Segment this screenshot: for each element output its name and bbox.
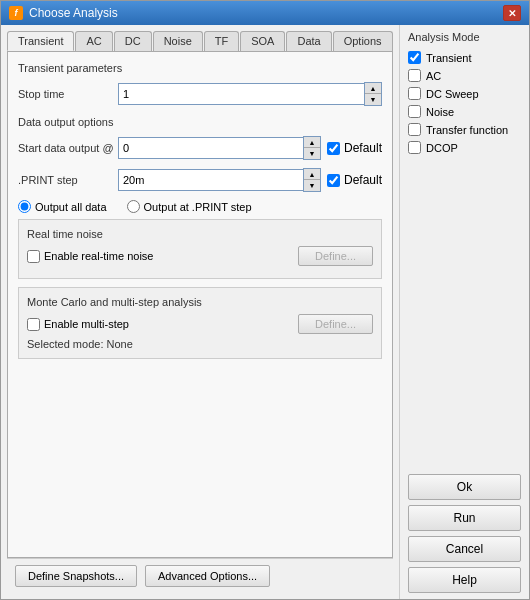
tab-ac[interactable]: AC	[75, 31, 112, 51]
stop-time-spinner-buttons: ▲ ▼	[364, 82, 382, 106]
stop-time-down-btn[interactable]: ▼	[365, 94, 381, 105]
tab-options[interactable]: Options	[333, 31, 393, 51]
print-step-row: .PRINT step ▲ ▼ Default	[18, 168, 382, 192]
enable-noise-checkbox[interactable]	[27, 250, 40, 263]
multi-define-button[interactable]: Define...	[298, 314, 373, 334]
left-panel: Transient AC DC Noise TF SOA Data Option…	[1, 25, 399, 599]
enable-multi-checkbox[interactable]	[27, 318, 40, 331]
tab-dc[interactable]: DC	[114, 31, 152, 51]
tab-transient[interactable]: Transient	[7, 31, 74, 51]
enable-multi-left: Enable multi-step	[27, 318, 129, 331]
tab-tf[interactable]: TF	[204, 31, 239, 51]
mode-transient-label: Transient	[426, 52, 471, 64]
mode-transfer-label: Transfer function	[426, 124, 508, 136]
title-bar-left: f Choose Analysis	[9, 6, 118, 20]
enable-noise-left: Enable real-time noise	[27, 250, 153, 263]
right-panel: Analysis Mode Transient AC DC Sweep Nois…	[399, 25, 529, 599]
advanced-options-button[interactable]: Advanced Options...	[145, 565, 270, 587]
mode-ac-label: AC	[426, 70, 441, 82]
tab-data[interactable]: Data	[286, 31, 331, 51]
print-step-label: .PRINT step	[18, 174, 118, 186]
stop-time-spinner-group: ▲ ▼	[118, 82, 382, 106]
tab-bar: Transient AC DC Noise TF SOA Data Option…	[7, 31, 393, 51]
run-button[interactable]: Run	[408, 505, 521, 531]
monte-carlo-title: Monte Carlo and multi-step analysis	[27, 296, 373, 308]
mode-ac-checkbox[interactable]	[408, 69, 421, 82]
output-all-radio[interactable]	[18, 200, 31, 213]
print-step-spinner-buttons: ▲ ▼	[303, 168, 321, 192]
mode-dcsweep: DC Sweep	[408, 87, 521, 100]
print-step-down-btn[interactable]: ▼	[304, 180, 320, 191]
mode-transient-checkbox[interactable]	[408, 51, 421, 64]
mode-dcop-checkbox[interactable]	[408, 141, 421, 154]
help-button[interactable]: Help	[408, 567, 521, 593]
noise-define-button[interactable]: Define...	[298, 246, 373, 266]
enable-noise-label: Enable real-time noise	[44, 250, 153, 262]
enable-multi-row: Enable multi-step Define...	[27, 314, 373, 334]
output-all-item: Output all data	[18, 200, 107, 213]
start-data-down-btn[interactable]: ▼	[304, 148, 320, 159]
start-data-input[interactable]	[118, 137, 303, 159]
mode-transfer-checkbox[interactable]	[408, 123, 421, 136]
mode-ac: AC	[408, 69, 521, 82]
output-radio-row: Output all data Output at .PRINT step	[18, 200, 382, 213]
main-window: f Choose Analysis ✕ Transient AC DC Nois…	[0, 0, 530, 600]
mode-noise-label: Noise	[426, 106, 454, 118]
action-buttons: Ok Run Cancel Help	[408, 474, 521, 593]
mode-transient: Transient	[408, 51, 521, 64]
mode-dcsweep-label: DC Sweep	[426, 88, 479, 100]
window-title: Choose Analysis	[29, 6, 118, 20]
mode-dcsweep-checkbox[interactable]	[408, 87, 421, 100]
stop-time-up-btn[interactable]: ▲	[365, 83, 381, 94]
start-data-default-group: Default	[327, 141, 382, 155]
ok-button[interactable]: Ok	[408, 474, 521, 500]
tab-noise[interactable]: Noise	[153, 31, 203, 51]
print-step-default-label: Default	[344, 173, 382, 187]
start-data-row: Start data output @ ▲ ▼ Default	[18, 136, 382, 160]
title-bar: f Choose Analysis ✕	[1, 1, 529, 25]
app-icon: f	[9, 6, 23, 20]
stop-time-label: Stop time	[18, 88, 118, 100]
analysis-mode-title: Analysis Mode	[408, 31, 521, 43]
stop-time-row: Stop time ▲ ▼	[18, 82, 382, 106]
print-step-input[interactable]	[118, 169, 303, 191]
start-data-default-checkbox[interactable]	[327, 142, 340, 155]
stop-time-input[interactable]	[118, 83, 364, 105]
enable-multi-label: Enable multi-step	[44, 318, 129, 330]
start-data-default-label: Default	[344, 141, 382, 155]
enable-noise-row: Enable real-time noise Define...	[27, 246, 373, 266]
print-step-default-checkbox[interactable]	[327, 174, 340, 187]
mode-dcop: DCOP	[408, 141, 521, 154]
close-button[interactable]: ✕	[503, 5, 521, 21]
start-data-spinner-buttons: ▲ ▼	[303, 136, 321, 160]
define-snapshots-button[interactable]: Define Snapshots...	[15, 565, 137, 587]
main-content: Transient AC DC Noise TF SOA Data Option…	[1, 25, 529, 599]
real-time-noise-section: Real time noise Enable real-time noise D…	[18, 219, 382, 279]
mode-noise: Noise	[408, 105, 521, 118]
output-print-label: Output at .PRINT step	[144, 201, 252, 213]
mode-transfer-function: Transfer function	[408, 123, 521, 136]
start-data-label: Start data output @	[18, 142, 118, 154]
start-data-spinner-group: ▲ ▼	[118, 136, 321, 160]
real-time-noise-title: Real time noise	[27, 228, 373, 240]
cancel-button[interactable]: Cancel	[408, 536, 521, 562]
output-print-item: Output at .PRINT step	[127, 200, 252, 213]
print-step-up-btn[interactable]: ▲	[304, 169, 320, 180]
mode-noise-checkbox[interactable]	[408, 105, 421, 118]
transient-params-title: Transient parameters	[18, 62, 382, 74]
tab-content: Transient parameters Stop time ▲ ▼ Data …	[7, 51, 393, 558]
selected-mode-text: Selected mode: None	[27, 338, 373, 350]
start-data-up-btn[interactable]: ▲	[304, 137, 320, 148]
mode-dcop-label: DCOP	[426, 142, 458, 154]
output-print-radio[interactable]	[127, 200, 140, 213]
print-step-spinner-group: ▲ ▼	[118, 168, 321, 192]
print-step-default-group: Default	[327, 173, 382, 187]
tab-soa[interactable]: SOA	[240, 31, 285, 51]
output-all-label: Output all data	[35, 201, 107, 213]
monte-carlo-section: Monte Carlo and multi-step analysis Enab…	[18, 287, 382, 359]
bottom-bar: Define Snapshots... Advanced Options...	[7, 558, 393, 593]
data-output-title: Data output options	[18, 116, 382, 128]
